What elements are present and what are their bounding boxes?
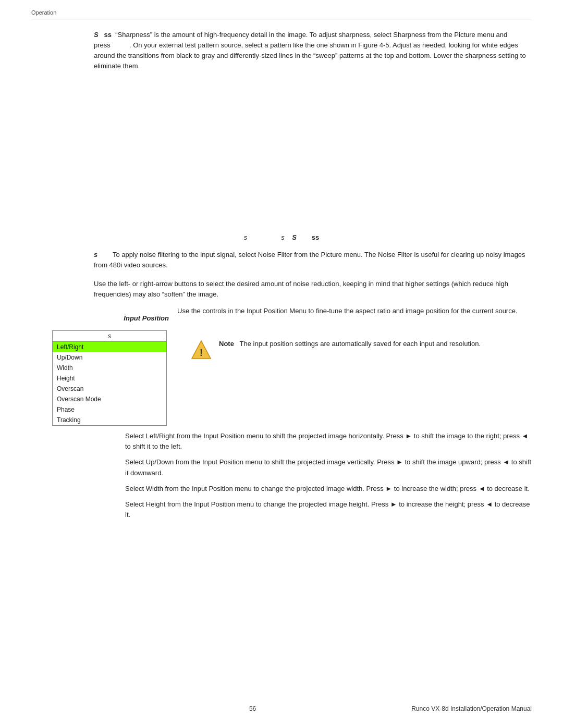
input-position-label: Input Position [31, 314, 177, 322]
menu-item-width[interactable]: Width [53, 363, 167, 373]
page-header: Operation [0, 0, 563, 16]
descriptions-section: Select Left/Right from the Input Positio… [125, 431, 532, 520]
sharpness-intro2: . On your external test pattern source, … [94, 41, 526, 70]
note-box: ! Note The input position settings are a… [190, 339, 532, 363]
noise-heading-S: S [292, 233, 297, 241]
noise-filter-text: s To apply noise filtering to the input … [94, 250, 532, 270]
menu-item-leftright[interactable]: Left/Right [53, 342, 167, 353]
noise-filter-label: s [94, 251, 97, 258]
menu-item-updown[interactable]: Up/Down [53, 352, 167, 363]
noise-heading-ss: ss [312, 233, 319, 241]
menu-table-header: s [53, 331, 167, 342]
note-content: Note The input position settings are aut… [219, 339, 481, 349]
noise-heading-s1: s [244, 233, 248, 241]
noise-heading-area: s s S ss [0, 233, 563, 241]
page-container: Operation S ss “Sharpness” is the amount… [0, 0, 563, 728]
menu-table: s Left/Right Up/Down Width Height Oversc… [52, 330, 167, 426]
noise-filter-text2: Use the left- or right-arrow buttons to … [94, 279, 532, 300]
menu-item-phase[interactable]: Phase [53, 404, 167, 415]
desc-updown: Select Up/Down from the Input Position m… [125, 457, 532, 478]
desc-height: Select Height from the Input Position me… [125, 499, 532, 520]
menu-item-overscan[interactable]: Overscan [53, 384, 167, 394]
menu-note-area: s Left/Right Up/Down Width Height Oversc… [31, 330, 532, 426]
note-label: Note [219, 340, 234, 348]
noise-heading-s2: s [281, 233, 285, 241]
footer-right-text: Runco VX-8d Installation/Operation Manua… [411, 705, 532, 712]
menu-note-right: ! Note The input position settings are a… [177, 330, 532, 426]
right-text-col: Use the controls in the Input Position M… [177, 306, 532, 326]
left-label-col: Input Position [31, 306, 177, 326]
desc-leftright: Select Left/Right from the Input Positio… [125, 431, 532, 452]
menu-item-height[interactable]: Height [53, 373, 167, 384]
sharpness-bold-s: S [94, 31, 99, 39]
menu-note-left: s Left/Right Up/Down Width Height Oversc… [31, 330, 177, 426]
noise-filter-body: To apply noise filtering to the input si… [94, 251, 525, 269]
menu-item-tracking[interactable]: Tracking [53, 415, 167, 426]
note-text: The input position settings are automati… [240, 340, 481, 348]
page-number: 56 [94, 705, 411, 712]
page-footer: 56 Runco VX-8d Installation/Operation Ma… [31, 705, 532, 712]
desc-width: Select Width from the Input Position men… [125, 484, 532, 494]
sharpness-ss: ss [104, 31, 112, 39]
menu-item-overscan-mode[interactable]: Overscan Mode [53, 394, 167, 404]
note-icon: ! [190, 339, 213, 363]
header-label: Operation [31, 9, 56, 16]
input-position-section: Input Position Use the controls in the I… [31, 306, 532, 326]
noise-filter-section: s To apply noise filtering to the input … [94, 250, 532, 300]
header-rule [31, 19, 532, 19]
sharpness-section: S ss “Sharpness” is the amount of high-f… [94, 30, 532, 72]
svg-text:!: ! [200, 348, 203, 358]
ip-desc: Use the controls in the Input Position M… [177, 306, 532, 316]
